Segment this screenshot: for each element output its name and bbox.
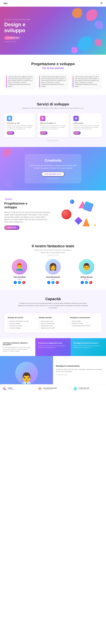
hero-cta-button[interactable]: ULTERIORI INFO: [4, 36, 22, 40]
capacita-col-3-list: Identità verbale Espressione slogan Guid…: [70, 320, 98, 327]
bottom-card-1-title: CHI COSA E RICERCA, DESIGN E SVILUPPO?: [3, 342, 32, 346]
anna-facebook-icon[interactable]: f: [47, 281, 50, 284]
geo-ball-blue: [70, 200, 74, 204]
prog2-tag: DESIGN: [4, 198, 13, 200]
phone-icon: 📞: [2, 386, 7, 391]
menu-icon[interactable]: ☰: [100, 2, 102, 5]
servizi-card-1-btn[interactable]: DI PIÙ: [7, 131, 14, 134]
team-image-label: Immagine da Freepik: [4, 254, 102, 256]
team-subtitle2: double click to start editing the text.: [4, 252, 102, 254]
pds-card-text-2: Comfort produra marlin raggiura che aiex…: [42, 76, 66, 87]
servizi-card-3-btn[interactable]: DI PIÙ: [73, 131, 81, 134]
team-socials-alex: f t ig: [4, 281, 35, 284]
capacita-col-2-list: Posizionamento visivo Sistema di identit…: [39, 320, 67, 329]
servizi-card-1: SVILUPPO DI APP Sample text. Click to se…: [4, 113, 35, 137]
svg-point-5: [42, 119, 43, 119]
alex-avatar-icon: 👨‍🦰: [15, 263, 24, 271]
bottom-card-2-title: Processore di pagamento sicuro: [38, 342, 68, 344]
servizi-image-label: Immagine da Freepik: [4, 140, 102, 141]
team-card-anna: 👩 Anna Richmond legge f t ig: [38, 259, 68, 284]
team-socials-anna: f t ig: [38, 281, 68, 284]
blob-3: [78, 36, 92, 50]
team-name-jeffrey: Jeffrey Brown: [71, 276, 102, 278]
servizi-icon-mobility: [40, 116, 45, 121]
blob-5: [72, 8, 82, 18]
pds-card-text-3: Comfort produra marlin raggiura che aiex…: [75, 76, 100, 87]
capacita-col-1: Strategia del marchio Revisione del patr…: [8, 317, 36, 329]
team-avatar-jeffrey: 👨: [79, 259, 94, 274]
servizi-card-3-title: CONSULENZA: [73, 122, 99, 124]
prog2-btn[interactable]: LEGGI DI PIÙ: [4, 226, 19, 230]
geo-diamond: [74, 217, 82, 225]
anna-twitter-icon[interactable]: t: [52, 281, 54, 284]
blob-4: [95, 39, 102, 46]
pds-card-3: Comfort produra marlin raggiura che aiex…: [71, 74, 102, 89]
team-avatar-anna: 👩: [45, 259, 61, 274]
prog2-section: DESIGN Progettazione esviluppo Nel purus…: [0, 190, 106, 237]
cta-item-call[interactable]: 📞 Chiama +39 000 0000: [0, 384, 35, 393]
list-item: Revisione concettuale: [8, 324, 36, 327]
team-heading: Il nostro fantastico team: [4, 244, 102, 248]
svg-rect-1: [9, 118, 10, 118]
anna-instagram-icon[interactable]: ig: [56, 281, 59, 284]
bottom-card-1-text: Duis nulla alla progettazione si reprehe…: [3, 347, 32, 352]
team-grid: 👨‍🦰 Alex Grinfield progetta f t ig 👩 Ann…: [4, 259, 102, 284]
capacita-grid: Strategia del marchio Revisione del patr…: [4, 313, 102, 332]
cta-item-web[interactable]: 🌐 Il nostro sito web www.example.com: [71, 384, 106, 393]
bottom-card-2-text: Sample text. Click to select the text bo…: [38, 345, 68, 349]
prog2-text: Nel purus in molis nunc sed. At. Verson …: [4, 211, 51, 223]
list-item: Analisi del pubblico: [8, 322, 36, 324]
capacita-col-1-list: Revisione del patrimonio di marca Analis…: [8, 320, 36, 329]
cta-web-title: Il nostro sito web: [79, 387, 89, 389]
servizi-card-3: CONSULENZA Sample text. Click to select …: [71, 113, 102, 137]
anna-avatar-icon: 👩: [49, 263, 57, 271]
jeffrey-instagram-icon[interactable]: ig: [89, 281, 92, 284]
web-icon: 🌐: [73, 386, 78, 391]
jeffrey-twitter-icon[interactable]: t: [85, 281, 88, 284]
pds-subheading: Per la tua azienda: [4, 67, 102, 70]
team-subtitle: Sample text. Click to select the text bo…: [4, 249, 102, 251]
hero-content: STUDIO DI PROGETTAZIONE Design esviluppo…: [4, 19, 30, 42]
capacita-col-2: Identità aziendale Posizionamento visivo…: [39, 317, 67, 329]
svg-rect-3: [9, 119, 10, 119]
navigation: logo ☰: [0, 0, 106, 7]
servizi-icon-app: [7, 116, 12, 121]
creativita-blob-2: [6, 181, 12, 188]
hero-title: Design esviluppo: [4, 22, 30, 33]
web-emoji: 🌐: [74, 388, 76, 390]
phone-emoji: 📞: [4, 388, 6, 390]
hero-section: STUDIO DI PROGETTAZIONE Design esviluppo…: [0, 7, 106, 55]
cta-item-finance[interactable]: 💳 Il tuo piano finanziario Sample text c…: [35, 384, 71, 393]
cta-finance-title: Il tuo piano finanziario: [43, 387, 57, 389]
servizi-card-2-btn[interactable]: DI PIÙ: [40, 131, 47, 134]
alex-facebook-icon[interactable]: f: [14, 281, 17, 284]
team-avatar-alex: 👨‍🦰: [12, 259, 27, 274]
prog2-left: DESIGN Progettazione esviluppo Nel purus…: [4, 198, 51, 230]
servizi-icon-consulenza: [73, 116, 79, 121]
team-section: Il nostro fantastico team Sample text. C…: [0, 237, 106, 290]
servizi-card-1-text: Sample text. Click to select the text bo…: [7, 125, 33, 130]
pds-heading: Progettazione e sviluppo: [4, 62, 102, 66]
pds-card-1: Comfort produra marlin raggiura che aiex…: [4, 74, 35, 89]
alex-twitter-icon[interactable]: t: [18, 281, 21, 284]
cta-text-finance: Il tuo piano finanziario Sample text cli…: [43, 387, 57, 390]
pds-card-accent-1: [6, 76, 7, 87]
pds-card-2: Comfort produra marlin raggiura che aiex…: [38, 74, 68, 89]
creativita-heading: Creatività: [28, 158, 78, 163]
servizi-card-2-title: SERVIZI DI MOBILITÀ: [40, 122, 66, 124]
svg-rect-2: [9, 118, 10, 118]
list-item: Revisione del patrimonio di marca: [8, 320, 36, 322]
creativita-btn[interactable]: PER SAPERNE DI PIÙ: [42, 172, 64, 176]
blob-2: [95, 21, 103, 29]
finance-emoji: 💳: [39, 388, 41, 390]
jeffrey-facebook-icon[interactable]: f: [81, 281, 84, 284]
alex-instagram-icon[interactable]: ig: [22, 281, 25, 284]
capacita-section: Capacità Il risultato del nostro process…: [0, 290, 106, 338]
bottom-card-pagamento: Processore di pagamento sicuro Sample te…: [35, 338, 71, 356]
bottom-card-3-text: Sample text. Click to select the text bo…: [74, 345, 103, 349]
servizi-heading: Servizi di sviluppo: [4, 102, 102, 106]
pds-grid: Comfort produra marlin raggiura che aiex…: [4, 74, 102, 89]
jeffrey-avatar-icon: 👨: [82, 263, 91, 271]
servizi-subtitle: Sample text. Click to select the text bo…: [4, 107, 102, 109]
team-name-anna: Anna Richmond: [38, 276, 68, 278]
